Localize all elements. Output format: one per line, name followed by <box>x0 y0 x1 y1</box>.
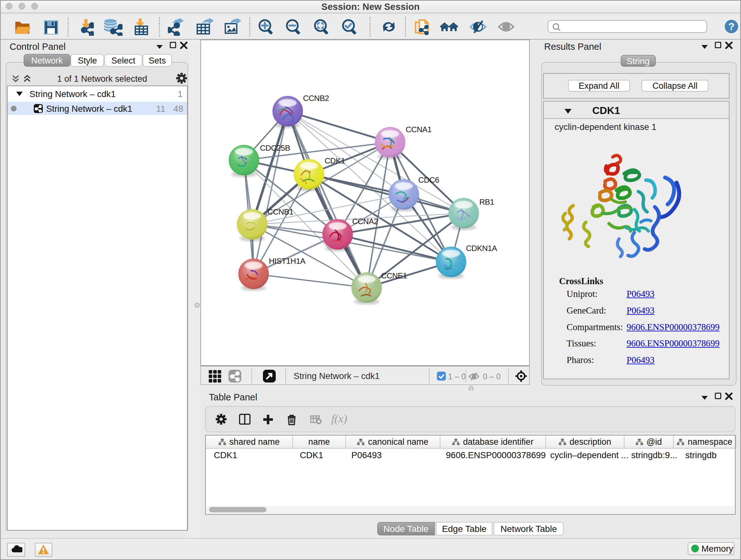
svg-text:CDKN1A: CDKN1A <box>466 244 497 253</box>
svg-text:RB1: RB1 <box>479 198 494 206</box>
svg-text:HIST1H1A: HIST1H1A <box>269 257 306 265</box>
svg-text:CCNB2: CCNB2 <box>303 94 329 103</box>
svg-text:CDC25B: CDC25B <box>260 144 290 152</box>
svg-text:?: ? <box>728 21 735 32</box>
svg-text:CCNB1: CCNB1 <box>267 207 293 216</box>
svg-text:CDC6: CDC6 <box>418 176 439 184</box>
svg-text:CCNA1: CCNA1 <box>406 125 431 134</box>
svg-text:CDK1: CDK1 <box>325 157 345 165</box>
svg-text:CCNE1: CCNE1 <box>381 271 407 280</box>
svg-text:CCNA2: CCNA2 <box>352 217 378 226</box>
